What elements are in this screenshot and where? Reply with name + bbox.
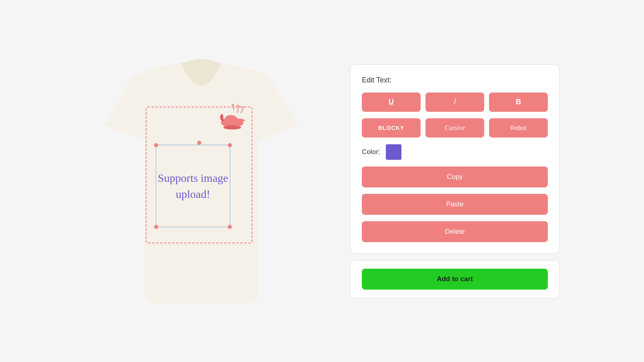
color-label: Color: xyxy=(362,148,380,156)
format-buttons-row: U I B xyxy=(362,93,548,112)
handle-top-left[interactable] xyxy=(154,143,158,147)
italic-button[interactable]: I xyxy=(425,93,484,112)
lamp-image xyxy=(216,103,248,131)
cursive-font-button[interactable]: Cursive xyxy=(425,118,484,138)
edit-panel: Edit Text: U I B BLOCKY Cursive xyxy=(350,64,559,254)
handle-bottom-left[interactable] xyxy=(154,225,158,229)
font-buttons-row: BLOCKY Cursive Robot xyxy=(362,118,548,138)
blocky-font-button[interactable]: BLOCKY xyxy=(362,118,421,138)
add-to-cart-button[interactable]: Add to cart xyxy=(362,269,548,290)
add-to-cart-panel: Add to cart xyxy=(350,260,559,298)
handle-top-right[interactable] xyxy=(228,143,232,147)
tshirt-preview-area: Supports image upload! xyxy=(85,40,318,322)
bold-button[interactable]: B xyxy=(489,93,548,112)
selection-box xyxy=(156,145,230,227)
paste-button[interactable]: Paste xyxy=(362,194,548,215)
main-container: Supports image upload! Edit Text: U I B xyxy=(0,0,644,362)
delete-button[interactable]: Delete xyxy=(362,221,548,242)
color-row: Color: xyxy=(362,144,548,160)
underline-button[interactable]: U xyxy=(362,93,421,112)
panel-title: Edit Text: xyxy=(362,76,548,84)
copy-button[interactable]: Copy xyxy=(362,167,548,187)
right-panel: Edit Text: U I B BLOCKY Cursive xyxy=(350,64,559,298)
handle-top-center[interactable] xyxy=(197,141,201,145)
design-overlay: Supports image upload! xyxy=(146,107,252,243)
svg-point-1 xyxy=(223,125,241,130)
color-swatch[interactable] xyxy=(386,144,402,160)
handle-bottom-right[interactable] xyxy=(228,225,232,229)
roboto-font-button[interactable]: Robot xyxy=(489,118,548,138)
